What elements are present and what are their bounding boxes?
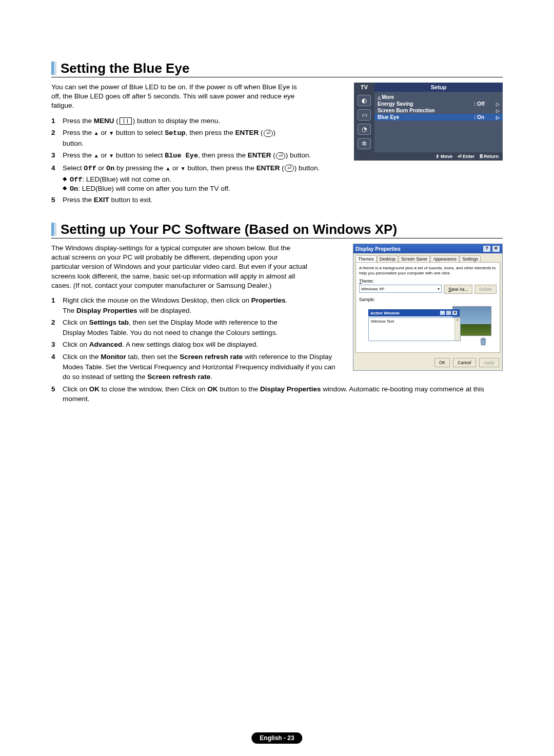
step-2-5: 5 Click on OK to close the window, then …: [51, 384, 503, 404]
dp-tab-appearance: Appearance: [430, 255, 459, 262]
up-icon: [165, 164, 170, 172]
osd-icon-setup: ✲: [358, 138, 371, 149]
dp-theme-label: Theme:: [359, 278, 497, 284]
diamond-icon: ◆: [63, 185, 70, 191]
heading-rule: [51, 77, 503, 77]
dp-tab-desktop: Desktop: [377, 255, 398, 262]
dp-cancel-button: Cancel: [453, 358, 476, 367]
down-icon: [181, 164, 186, 172]
down-icon: [109, 151, 114, 159]
heading-text-2: Setting up Your PC Software (Based on Wi…: [61, 223, 397, 236]
osd-row-more: More: [378, 94, 500, 101]
down-icon: [109, 129, 114, 136]
up-icon: [94, 151, 99, 159]
minimize-icon: _: [440, 310, 445, 315]
step-2-2: 2 Click on Settings tab, then set the Di…: [51, 317, 343, 337]
section2-intro: The Windows display-settings for a typic…: [51, 244, 308, 290]
dp-sample-label: Sample:: [359, 297, 497, 302]
step-1-1: 1 Press the MENU () button to display th…: [51, 116, 344, 126]
dp-footer: OK Cancel Apply: [353, 355, 502, 370]
osd-row-energy: Energy Saving: Off▷: [378, 101, 500, 107]
dp-theme-desc: A theme is a background plus a set of so…: [359, 266, 497, 275]
heading-bar-icon: [51, 62, 56, 75]
dp-tab-themes: Themes: [355, 255, 377, 262]
step-1-3: 3 Press the or button to select Blue Eye…: [51, 150, 344, 161]
dp-ok-button: OK: [434, 358, 450, 367]
osd-tv-label: TV: [354, 83, 374, 92]
step-1-2: 2 Press the or button to select Setup, t…: [51, 128, 344, 148]
heading-text-1: Setting the Blue Eye: [61, 62, 189, 75]
page-footer: English - 23: [251, 732, 302, 744]
enter-icon: ⏎: [276, 152, 285, 160]
page-number-badge: English - 23: [251, 732, 302, 744]
step-2-1: 1 Right click the mouse on the Windows D…: [51, 295, 343, 315]
osd-row-blueeye: Blue Eye: On▷: [374, 114, 503, 121]
osd-footer: ⇕Move ⏎Enter ⅢReturn: [354, 152, 503, 161]
dp-saveas-button: Save As...: [444, 285, 472, 294]
display-properties-figure: Display Properties ? ✕ Themes Desktop Sc…: [353, 244, 503, 371]
section-heading-1: Setting the Blue Eye: [51, 62, 503, 75]
menu-icon: [120, 117, 132, 125]
step-1-4: 4 Select Off or On by pressing the or bu…: [51, 163, 503, 174]
recycle-bin-icon: [479, 337, 487, 346]
section1-intro: You can set the power of Blue LED to be …: [51, 83, 308, 111]
dp-tab-settings: Settings: [460, 255, 481, 262]
diamond-icon: ◆: [63, 175, 70, 182]
osd-icon-channel: ◔: [358, 124, 371, 135]
dp-sample-area: Active Window _□✕ Window Text: [359, 303, 497, 349]
osd-setup-label: Setup: [374, 83, 503, 92]
osd-side-icons: ◐ ▭ ◔ ✲: [354, 92, 374, 152]
step-2-4: 4 Click on the Monitor tab, then set the…: [51, 352, 343, 382]
heading-rule: [51, 238, 503, 238]
dp-tabs: Themes Desktop Screen Saver Appearance S…: [353, 253, 502, 262]
heading-bar-icon: [51, 223, 56, 236]
close-icon: ✕: [452, 310, 458, 315]
step-2-3: 3 Click on Advanced. A new settings dial…: [51, 340, 343, 350]
up-icon: [94, 129, 99, 136]
dp-titlebar: Display Properties ? ✕: [353, 244, 502, 253]
step-1-5: 5 Press the EXIT button to exit.: [51, 195, 503, 205]
osd-icon-picture: ◐: [358, 95, 371, 106]
dp-theme-select: Windows XP: [359, 285, 442, 293]
osd-row-screenburn: Screen Burn Protection▷: [378, 107, 500, 114]
enter-icon: ⏎: [264, 130, 273, 137]
dp-apply-button: Apply: [479, 358, 499, 367]
tv-osd-figure: TV Setup ◐ ▭ ◔ ✲ More Energy Saving: Off…: [354, 83, 503, 161]
dp-tab-screensaver: Screen Saver: [399, 255, 430, 262]
help-icon: ?: [483, 245, 491, 252]
dp-window-text: Window Text: [368, 317, 461, 341]
maximize-icon: □: [446, 310, 451, 315]
step-1-4-bullets: ◆Off: LED(Blue) will not come on. ◆On: L…: [63, 175, 503, 193]
scrollbar-icon: [454, 318, 460, 341]
enter-icon: ⏎: [285, 165, 294, 172]
dp-delete-button: Delete: [474, 285, 497, 294]
close-icon: ✕: [492, 245, 500, 252]
dp-active-window: Active Window _□✕: [368, 309, 460, 316]
osd-icon-sound: ▭: [358, 109, 371, 121]
section-heading-2: Setting up Your PC Software (Based on Wi…: [51, 223, 503, 236]
